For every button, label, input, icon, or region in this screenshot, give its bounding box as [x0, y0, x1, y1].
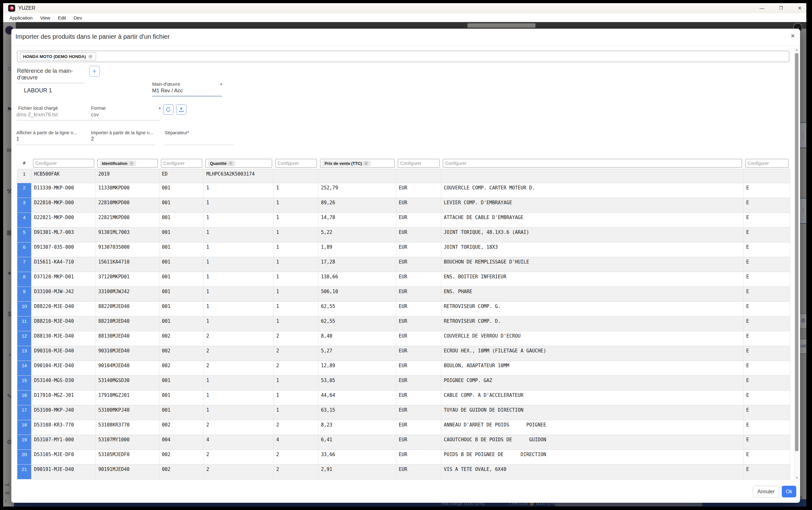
title-bar: YUZER — ❐ ✕: [3, 3, 806, 13]
scroll-down-icon[interactable]: ▼: [795, 476, 799, 479]
configure-column-input[interactable]: Quantité×: [205, 159, 272, 168]
configure-column-input[interactable]: Configurer: [33, 159, 94, 168]
row-index: 1: [17, 169, 31, 183]
cell: 1: [274, 227, 319, 242]
cell: EUR: [396, 257, 441, 272]
scrollbar-thumb[interactable]: [795, 53, 799, 451]
row-index[interactable]: 10: [17, 301, 31, 316]
cancel-button[interactable]: Annuler: [753, 486, 779, 498]
cell: COUVERCLE COMP. CARTER MOTEUR D.: [441, 183, 744, 198]
cell: D88210-MJE-D40: [31, 316, 96, 331]
cell: 004: [159, 435, 204, 450]
remove-mapping-icon[interactable]: ×: [364, 161, 368, 166]
configure-column-input[interactable]: Configurer: [745, 159, 789, 168]
cell: VIS A TETE OVALE, 6X40: [441, 464, 744, 479]
cell: EUR: [396, 361, 441, 375]
row-index[interactable]: 20: [17, 450, 31, 464]
configure-column-input[interactable]: Configurer: [398, 159, 440, 168]
row-index[interactable]: 7: [17, 257, 31, 272]
cell: D53105-MJE-DF0: [31, 450, 96, 464]
menu-dev[interactable]: Dev: [70, 14, 85, 22]
labour-type-select[interactable]: Main-d'œuvre ▾ M1 Rev / Acc: [152, 82, 222, 96]
cell: 001: [159, 242, 204, 257]
upload-file-button[interactable]: [176, 104, 186, 115]
remove-customer-icon[interactable]: ×: [88, 54, 93, 59]
add-labour-button[interactable]: +: [89, 66, 100, 77]
row-index[interactable]: 3: [17, 198, 31, 213]
cell: 138,66: [319, 272, 396, 286]
remove-mapping-icon[interactable]: ×: [228, 161, 233, 166]
cell: 2: [204, 361, 274, 375]
cell: E: [744, 375, 790, 390]
row-index[interactable]: 18: [17, 420, 31, 435]
cell: 1: [204, 198, 274, 213]
menu-application[interactable]: Application: [6, 14, 36, 22]
cell: 1: [274, 257, 319, 272]
configure-column-input[interactable]: Configurer: [161, 159, 202, 168]
cell: 62,55: [319, 301, 396, 316]
configure-column-input[interactable]: Prix de vente (TTC)×: [320, 159, 395, 168]
cell: EUR: [396, 450, 441, 464]
cell: D91301-ML7-003: [31, 227, 96, 242]
display-from-line-value: 1: [17, 136, 98, 142]
row-index[interactable]: 9: [17, 286, 31, 301]
cell: E: [744, 316, 790, 331]
row-index[interactable]: 6: [17, 242, 31, 257]
cell: 001: [159, 405, 204, 420]
remove-mapping-icon[interactable]: ×: [129, 161, 134, 166]
yuzer-logo-icon: [8, 5, 15, 12]
cell: E: [744, 450, 790, 464]
configure-placeholder: Configurer: [748, 161, 769, 166]
row-index[interactable]: 15: [17, 375, 31, 390]
separator-field[interactable]: Séparateur*: [165, 130, 234, 145]
row-index[interactable]: 16: [17, 390, 31, 405]
menu-edit[interactable]: Edit: [55, 14, 69, 22]
row-index[interactable]: 19: [17, 435, 31, 450]
cell: 1: [274, 316, 319, 331]
customer-input[interactable]: HONDA MOTO (DEMO HONDA) ×: [17, 51, 789, 62]
table-row: 10D88220-MJE-D4088220MJED400011162,55EUR…: [17, 301, 790, 316]
cell: 001: [159, 390, 204, 405]
modal-scrollbar[interactable]: ▲ ▼: [794, 48, 799, 480]
row-index[interactable]: 8: [17, 272, 31, 286]
reload-file-button[interactable]: [163, 104, 174, 115]
row-index[interactable]: 21: [17, 464, 31, 479]
configure-placeholder: Configurer: [278, 161, 299, 166]
row-index[interactable]: 11: [17, 316, 31, 331]
mapping-chip-label: Prix de vente (TTC): [325, 161, 362, 166]
row-index[interactable]: 4: [17, 213, 31, 227]
local-file-value: dms-2_krxm76.txt: [17, 112, 98, 118]
display-from-line-label: Afficher à partir de la ligne n...: [17, 130, 98, 135]
row-index[interactable]: 17: [17, 405, 31, 420]
restore-button[interactable]: ❐: [776, 4, 786, 12]
configure-column-input[interactable]: Configurer: [443, 159, 742, 168]
cell: 1: [274, 183, 319, 198]
menu-view[interactable]: View: [37, 14, 53, 22]
cell: E: [744, 405, 790, 420]
import-from-line-field[interactable]: Importer à partir de la ligne n... 2: [91, 130, 155, 145]
close-modal-icon[interactable]: ×: [788, 31, 798, 41]
display-from-line-field[interactable]: Afficher à partir de la ligne n... 1: [17, 130, 98, 145]
chevron-down-icon: ▾: [220, 82, 222, 86]
configure-column-input[interactable]: Configurer: [275, 159, 317, 168]
cell: E: [744, 346, 790, 361]
minimize-button[interactable]: —: [757, 4, 767, 12]
cell: 001: [159, 375, 204, 390]
cell: D90104-MJE-D40: [31, 361, 96, 375]
configure-column-input[interactable]: Identification×: [97, 159, 158, 168]
row-index[interactable]: 13: [17, 346, 31, 361]
row-index[interactable]: 5: [17, 227, 31, 242]
row-index[interactable]: 14: [17, 361, 31, 375]
table-row: 17D53100-MKP-J4053100MKPJ400011163,15EUR…: [17, 405, 790, 420]
close-window-button[interactable]: ✕: [794, 4, 805, 12]
row-index[interactable]: 2: [17, 183, 31, 198]
format-select[interactable]: Format ▾ csv: [91, 106, 161, 120]
row-index[interactable]: 12: [17, 331, 31, 346]
cell: D11330-MKP-D00: [31, 183, 96, 198]
customer-chip: HONDA MOTO (DEMO HONDA) ×: [20, 52, 96, 60]
cell: 002: [159, 331, 204, 346]
scroll-up-icon[interactable]: ▲: [795, 48, 799, 51]
cell: 62,55: [319, 316, 396, 331]
cell: 001: [159, 257, 204, 272]
ok-button[interactable]: Ok: [782, 486, 796, 498]
